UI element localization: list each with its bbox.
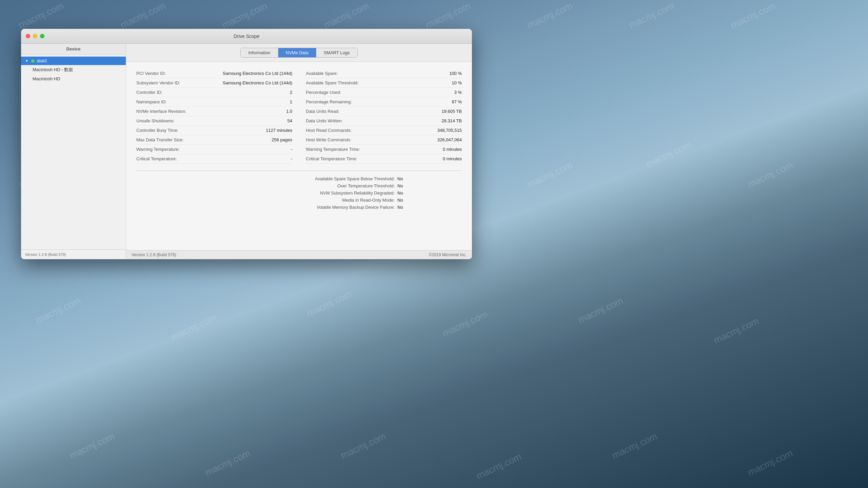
sidebar-header: Device	[21, 44, 126, 55]
nvme-left-column: PCI Vendor ID: Samsung Electronics Co Lt…	[136, 69, 292, 164]
tab-nvme-data[interactable]: NVMe Data	[278, 48, 316, 57]
tab-smart-logs[interactable]: SMART Logs	[316, 48, 357, 57]
data-row-spare-threshold: Available Spare Threshold: 10 %	[306, 78, 462, 88]
data-row-data-written: Data Units Written: 28.314 TB	[306, 116, 462, 126]
window-footer: Version 1.2.8 (Build 579) ©2019 Micromat…	[126, 250, 472, 259]
sidebar: Device ▼ disk0 Macintosh HD - 数据 Macinto…	[21, 44, 126, 259]
data-row-controller-id: Controller ID: 2	[136, 88, 292, 97]
disk-status-dot	[31, 59, 35, 63]
data-row-host-read: Host Read Commands: 348,705,515	[306, 126, 462, 135]
footer-version: Version 1.2.8 (Build 579)	[132, 252, 176, 257]
sidebar-item-label: Macintosh HD - 数据	[33, 67, 73, 73]
data-row-pci-vendor: PCI Vendor ID: Samsung Electronics Co Lt…	[136, 69, 292, 78]
minimize-button[interactable]	[33, 34, 37, 38]
footer-copyright: ©2019 Micromat Inc.	[429, 252, 467, 257]
status-row-reliability: NVM Subsystem Reliability Degraded: No	[180, 190, 418, 196]
traffic-lights	[26, 34, 44, 38]
data-row-host-write: Host Write Commands: 326,047,064	[306, 135, 462, 145]
sidebar-list: ▼ disk0 Macintosh HD - 数据 Macintosh HD	[21, 55, 126, 249]
data-row-namespace-id: Namespace ID: 1	[136, 97, 292, 107]
nvme-data-grid: PCI Vendor ID: Samsung Electronics Co Lt…	[136, 69, 462, 164]
status-row-volatile-backup: Volatile Memory Backup Device Failure: N…	[180, 205, 418, 210]
nvme-right-column: Available Spare: 100 % Available Spare T…	[306, 69, 462, 164]
data-row-warning-temp-time: Warning Temperature Time: 0 minutes	[306, 145, 462, 154]
status-row-spare-below: Available Spare Space Below Threshold: N…	[180, 176, 418, 181]
data-row-max-data: Max Data Transfer Size: 256 pages	[136, 135, 292, 145]
data-row-warning-temp: Warning Temperature: -	[136, 145, 292, 154]
sidebar-item-disk0[interactable]: ▼ disk0	[21, 57, 126, 65]
data-row-nvme-interface: NVMe Interface Revision: 1.0	[136, 107, 292, 116]
nvme-data-content: PCI Vendor ID: Samsung Electronics Co Lt…	[126, 62, 472, 250]
status-grid: Available Spare Space Below Threshold: N…	[136, 176, 462, 210]
data-row-pct-remaining: Percentage Remaining: 97 %	[306, 97, 462, 107]
tab-information[interactable]: Information	[241, 48, 278, 57]
tab-group: Information NVMe Data SMART Logs	[240, 48, 357, 58]
data-row-subsystem-vendor: Subsystem Vendor ID: Samsung Electronics…	[136, 78, 292, 88]
data-row-pct-used: Percentage Used: 3 %	[306, 88, 462, 97]
maximize-button[interactable]	[40, 34, 44, 38]
title-bar: Drive Scope	[21, 29, 472, 44]
chevron-icon: ▼	[25, 59, 28, 63]
data-row-critical-temp-time: Critical Temperature Time: 0 minutes	[306, 154, 462, 164]
sidebar-version: Version 1.2.8 (Build 579)	[21, 249, 126, 259]
data-row-controller-busy: Controller Busy Time: 1127 minutes	[136, 126, 292, 135]
sidebar-item-label: disk0	[37, 58, 47, 63]
status-row-read-only: Media in Read-Only Mode: No	[180, 198, 418, 203]
status-row-over-temp: Over Temperature Threshold: No	[180, 183, 418, 188]
data-row-unsafe-shutdowns: Unsafe Shutdowns: 54	[136, 116, 292, 126]
data-row-available-spare: Available Spare: 100 %	[306, 69, 462, 78]
sidebar-item-macintosh-hd-data[interactable]: Macintosh HD - 数据	[21, 65, 126, 75]
window-body: Device ▼ disk0 Macintosh HD - 数据 Macinto…	[21, 44, 472, 259]
main-panel: Information NVMe Data SMART Logs	[126, 44, 472, 259]
data-row-critical-temp: Critical Temperature: -	[136, 154, 292, 164]
tab-bar: Information NVMe Data SMART Logs	[126, 44, 472, 62]
close-button[interactable]	[26, 34, 30, 38]
sidebar-item-macintosh-hd[interactable]: Macintosh HD	[21, 75, 126, 83]
main-window: Drive Scope Device ▼ disk0 Macintosh HD …	[21, 29, 472, 259]
sidebar-item-label: Macintosh HD	[33, 76, 60, 81]
data-row-data-read: Data Units Read: 19.605 TB	[306, 107, 462, 116]
window-title: Drive Scope	[234, 34, 259, 39]
status-section: Available Spare Space Below Threshold: N…	[136, 170, 462, 210]
